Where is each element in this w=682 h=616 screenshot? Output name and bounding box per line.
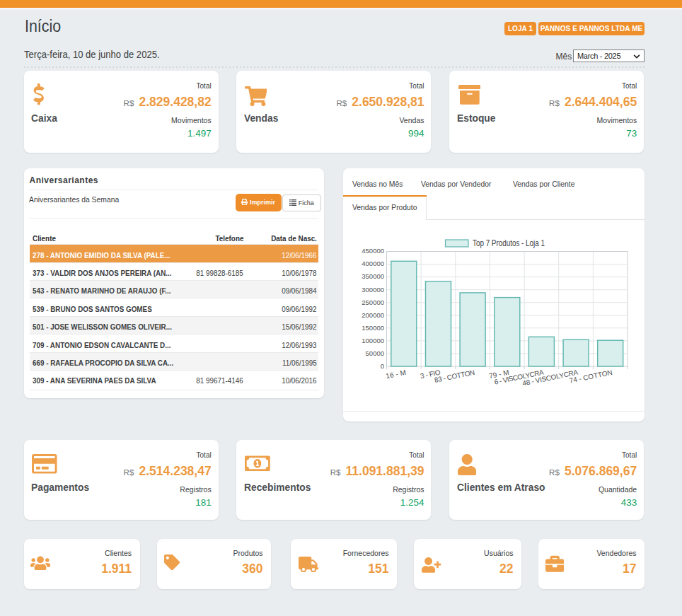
svg-text:350000: 350000 xyxy=(362,272,384,280)
svg-text:250000: 250000 xyxy=(362,298,384,306)
svg-text:300000: 300000 xyxy=(362,286,384,294)
svg-text:400000: 400000 xyxy=(362,260,384,267)
svg-text:100000: 100000 xyxy=(362,337,384,344)
svg-text:50000: 50000 xyxy=(366,349,384,357)
svg-text:150000: 150000 xyxy=(362,324,384,332)
svg-text:16 - M: 16 - M xyxy=(385,368,407,380)
svg-text:0: 0 xyxy=(381,362,384,370)
svg-text:450000: 450000 xyxy=(362,247,384,255)
svg-text:Top 7 Produtos - Loja 1: Top 7 Produtos - Loja 1 xyxy=(473,238,545,248)
svg-text:200000: 200000 xyxy=(362,311,384,319)
